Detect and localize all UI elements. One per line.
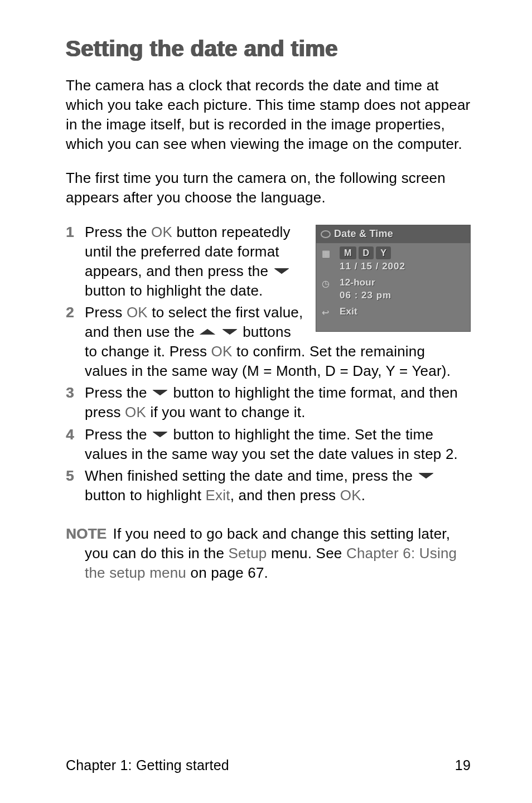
setup-ref: Setup bbox=[229, 545, 267, 562]
ok-button-ref: OK bbox=[151, 224, 172, 240]
down-arrow-icon bbox=[222, 329, 238, 335]
note-label: NOTE bbox=[66, 525, 107, 542]
ok-button-ref: OK bbox=[211, 343, 233, 360]
footer-chapter: Chapter 1: Getting started bbox=[66, 756, 229, 775]
note-paragraph: NOTE If you need to go back and change t… bbox=[66, 524, 471, 583]
down-arrow-icon bbox=[418, 473, 434, 478]
exit-ref: Exit bbox=[206, 487, 230, 504]
up-arrow-icon bbox=[200, 329, 215, 335]
down-arrow-icon bbox=[152, 432, 168, 437]
step-1: 1 Press the OK button repeatedly until t… bbox=[66, 222, 471, 301]
footer-page-number: 19 bbox=[455, 756, 471, 775]
ok-button-ref: OK bbox=[125, 404, 146, 420]
page-title: Setting the date and time bbox=[66, 33, 471, 64]
step-2: 2 Press OK to select the first value, an… bbox=[66, 303, 471, 381]
step-4: 4 Press the button to highlight the time… bbox=[66, 425, 471, 464]
down-arrow-icon bbox=[274, 268, 289, 274]
step-3: 3 Press the button to highlight the time… bbox=[66, 383, 471, 422]
page-footer: Chapter 1: Getting started 19 bbox=[66, 756, 471, 775]
ok-button-ref: OK bbox=[340, 487, 361, 504]
intro-para-1: The camera has a clock that records the … bbox=[66, 76, 471, 154]
intro-para-2: The first time you turn the camera on, t… bbox=[66, 168, 471, 207]
steps-list: 1 Press the OK button repeatedly until t… bbox=[66, 222, 471, 505]
ok-button-ref: OK bbox=[127, 304, 148, 321]
down-arrow-icon bbox=[152, 390, 168, 395]
step-5: 5 When finished setting the date and tim… bbox=[66, 466, 471, 505]
